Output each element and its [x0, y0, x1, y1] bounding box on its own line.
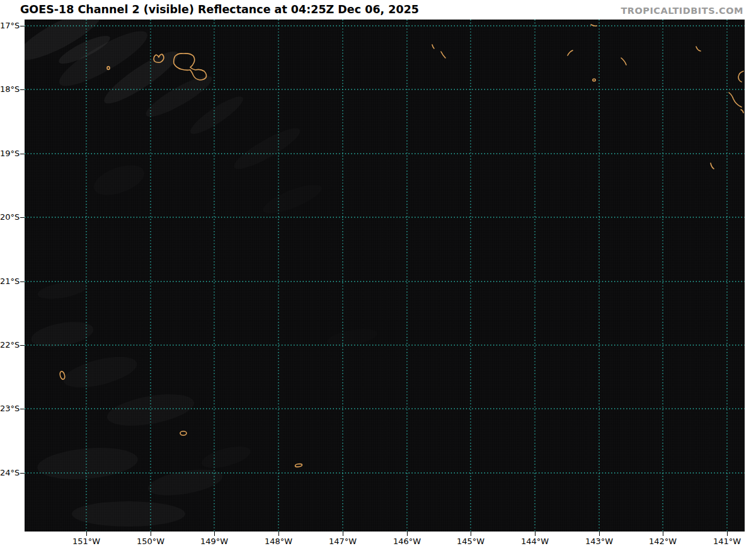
cloud-patch [72, 501, 185, 526]
lon-tick-mark [663, 532, 663, 536]
lon-tick-label: 147°W [321, 537, 365, 546]
lat-tick-label: 20°S [0, 212, 19, 223]
coastline-atoll-ring [180, 431, 186, 435]
lat-tick-label: 22°S [0, 339, 19, 351]
lat-tick-label: 17°S [0, 20, 19, 31]
coastline-tahiti [174, 54, 207, 80]
cloud-patch [37, 278, 89, 302]
lon-tick-mark [214, 532, 215, 536]
coastline-atoll-ring [59, 371, 66, 380]
lon-tick-mark [151, 532, 151, 536]
cloud-patch [186, 91, 247, 139]
map-canvas [25, 20, 745, 532]
coastline-atoll [441, 52, 445, 58]
coastline-atoll [591, 25, 597, 26]
cloud-patch [60, 351, 140, 394]
satellite-map [25, 20, 745, 532]
lon-tick-mark [343, 532, 343, 536]
lon-tick-mark [599, 532, 600, 536]
cloud-patch [36, 444, 139, 483]
lon-tick-mark [278, 532, 279, 536]
coastline-atoll [621, 58, 626, 65]
lat-tick-mark [20, 217, 25, 218]
coastline-atoll [432, 45, 434, 48]
cloud-patch [146, 465, 224, 500]
coastline-atoll [711, 163, 714, 169]
lat-tick-mark [20, 26, 25, 26]
cloud-patch [260, 179, 324, 219]
lon-tick-label: 143°W [577, 537, 621, 546]
lat-tick-label: 21°S [0, 276, 19, 287]
tropicaltidbits-watermark: TROPICALTIDBITS.COM [621, 6, 743, 16]
cloud-patch [30, 318, 96, 351]
lat-tick-mark [20, 154, 25, 154]
coastline-atoll [738, 71, 743, 82]
lon-tick-label: 142°W [641, 537, 685, 546]
lon-tick-label: 146°W [385, 537, 429, 546]
coastline-atoll [741, 110, 743, 113]
lon-tick-label: 150°W [129, 537, 173, 546]
coastline-atoll [729, 93, 742, 107]
lon-tick-label: 144°W [513, 537, 557, 546]
lon-tick-mark [86, 532, 87, 536]
lat-tick-label: 19°S [0, 148, 19, 159]
lon-tick-label: 148°W [256, 537, 301, 546]
lon-tick-label: 141°W [705, 537, 749, 546]
lon-tick-mark [727, 532, 728, 536]
figure-title: GOES-18 Channel 2 (visible) Reflectance … [20, 3, 419, 16]
lat-tick-mark [20, 345, 25, 346]
cloud-patch [326, 326, 379, 350]
lon-tick-mark [535, 532, 536, 536]
coastline-atoll [568, 50, 573, 55]
lat-tick-label: 24°S [0, 467, 19, 479]
lat-tick-label: 23°S [0, 403, 19, 414]
cloud-patch [200, 442, 253, 472]
lat-tick-mark [20, 473, 25, 474]
satellite-figure: GOES-18 Channel 2 (visible) Reflectance … [0, 0, 756, 546]
lat-tick-mark [20, 409, 25, 409]
lon-tick-mark [407, 532, 408, 536]
coastline-atoll [593, 79, 595, 81]
cloud-patch [230, 122, 304, 175]
coastline-atoll-ring [295, 464, 302, 467]
lat-tick-mark [20, 282, 25, 282]
lon-tick-mark [471, 532, 471, 536]
lon-tick-label: 149°W [192, 537, 236, 546]
cloud-patch [90, 159, 149, 201]
lat-tick-mark [20, 89, 25, 90]
lon-tick-label: 151°W [64, 537, 108, 546]
lon-tick-label: 145°W [449, 537, 493, 546]
lat-tick-label: 18°S [0, 84, 19, 95]
coastline-atoll [696, 47, 701, 51]
